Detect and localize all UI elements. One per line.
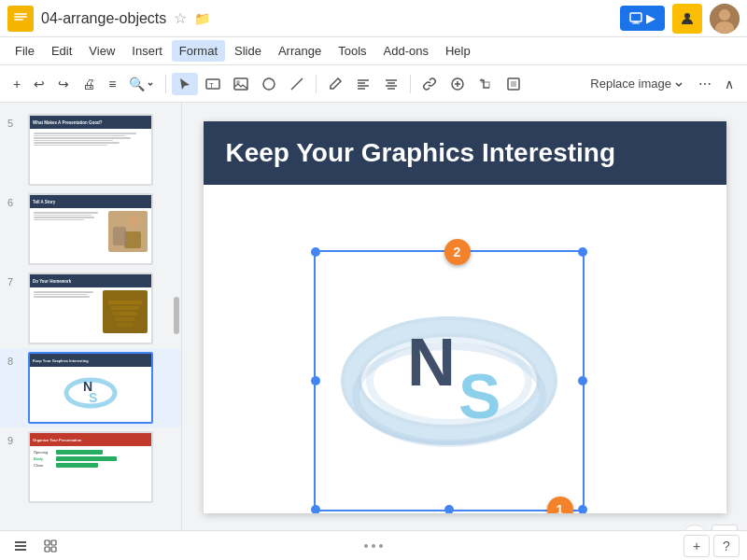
grid-view-button[interactable]: [37, 535, 63, 557]
slide-canvas: Keep Your Graphics Interesting: [204, 121, 726, 513]
svg-line-16: [291, 78, 303, 90]
menu-view[interactable]: View: [81, 40, 122, 62]
text-box-button[interactable]: T: [200, 73, 226, 95]
image-button[interactable]: [228, 73, 254, 95]
svg-text:T: T: [209, 81, 214, 90]
menu-edit[interactable]: Edit: [44, 40, 79, 62]
slide-num-5: 5: [7, 114, 22, 129]
thumb-frame-7: Do Your Homework: [28, 273, 153, 344]
slide-thumb-9[interactable]: 9 Organize Your Presentation Opening Bod…: [0, 427, 181, 507]
link-button[interactable]: [416, 73, 443, 95]
zoom-button[interactable]: 🔍: [123, 73, 160, 95]
avatar: [710, 4, 740, 34]
menu-bar: File Edit View Insert Format Slide Arran…: [0, 37, 747, 65]
star-icon[interactable]: ☆: [174, 9, 187, 27]
help-button[interactable]: ?: [713, 535, 740, 557]
svg-text:N: N: [407, 325, 456, 399]
undo-button[interactable]: ↩: [28, 73, 50, 95]
list-view-button[interactable]: [7, 535, 34, 557]
slide-thumb-5[interactable]: 5 What Makes A Presentation Good?: [0, 110, 181, 189]
scroll-thumb[interactable]: [174, 297, 179, 334]
crop-button[interactable]: [472, 73, 499, 95]
svg-rect-38: [115, 317, 135, 321]
svg-point-15: [263, 78, 275, 90]
badge-1: 1: [547, 497, 573, 513]
dot-2: [372, 544, 375, 548]
page-dots: [71, 544, 676, 548]
menu-file[interactable]: File: [7, 40, 42, 62]
svg-text:S: S: [458, 360, 500, 431]
scroll-track[interactable]: [174, 110, 179, 523]
menu-arrange[interactable]: Arrange: [271, 40, 329, 62]
handle-bottom-right[interactable]: [578, 505, 587, 513]
handle-bottom-left[interactable]: [311, 505, 320, 513]
line-button[interactable]: [284, 73, 310, 95]
svg-rect-35: [108, 301, 142, 304]
slide-num-6: 6: [7, 193, 22, 208]
align-center-button[interactable]: [378, 73, 404, 95]
separator-2: [316, 75, 317, 93]
svg-rect-37: [113, 312, 137, 315]
title-bar: 04-arrange-objects ☆ 📁 ▶: [0, 0, 747, 37]
svg-point-31: [128, 217, 139, 228]
menu-slide[interactable]: Slide: [227, 40, 269, 62]
select-button[interactable]: [172, 73, 198, 95]
doc-icon: [7, 6, 34, 32]
toolbar: + ↩ ↪ 🖨 ≡ 🔍 T Replace image ⋯: [0, 65, 747, 103]
add-button[interactable]: +: [7, 73, 26, 95]
slide-thumb-7[interactable]: 7 Do Your Homework: [0, 269, 181, 348]
svg-rect-2: [14, 16, 27, 18]
slide-thumb-6[interactable]: 6 Tell A Story: [0, 189, 181, 269]
selection-box: 2 1 N: [314, 250, 585, 511]
shapes-button[interactable]: [256, 73, 282, 95]
handle-top-right[interactable]: [578, 247, 587, 257]
svg-point-7: [684, 13, 690, 19]
paint-format-button[interactable]: ≡: [103, 73, 121, 95]
align-left-button[interactable]: [350, 73, 376, 95]
menu-tools[interactable]: Tools: [331, 40, 374, 62]
share-button[interactable]: [672, 4, 702, 34]
handle-top-left[interactable]: [311, 247, 320, 257]
svg-rect-52: [45, 540, 49, 545]
print-button[interactable]: 🖨: [77, 73, 101, 95]
svg-rect-50: [15, 545, 26, 547]
handle-connector: [449, 511, 451, 513]
svg-rect-53: [51, 540, 56, 545]
replace-image-button[interactable]: Replace image: [583, 73, 691, 94]
mask-button[interactable]: [500, 73, 527, 95]
menu-addons[interactable]: Add-ons: [376, 40, 436, 62]
badge-2: 2: [444, 239, 471, 265]
main-layout: 5 What Makes A Presentation Good?: [0, 103, 747, 560]
more-options-button[interactable]: ⋯: [693, 73, 717, 95]
svg-rect-55: [51, 547, 56, 552]
handle-mid-left[interactable]: [311, 376, 320, 385]
svg-rect-51: [15, 549, 26, 551]
redo-button[interactable]: ↪: [52, 73, 75, 95]
present-button[interactable]: ▶: [620, 6, 665, 31]
thumb-frame-5: What Makes A Presentation Good?: [28, 114, 153, 186]
slide-body: 2 1 N: [204, 185, 726, 507]
replace-image-label: Replace image: [590, 77, 671, 91]
menu-format[interactable]: Format: [172, 40, 225, 62]
svg-rect-4: [630, 13, 641, 21]
slide-title: Keep Your Graphics Interesting: [226, 138, 704, 168]
insert-button[interactable]: [444, 73, 471, 95]
edit-button[interactable]: [322, 73, 348, 95]
bottom-bar: + ?: [0, 530, 747, 560]
add-slide-button[interactable]: +: [684, 535, 710, 557]
handle-mid-right[interactable]: [578, 376, 587, 385]
thumb-frame-9: Organize Your Presentation Opening Body …: [28, 431, 153, 503]
separator-3: [410, 75, 411, 93]
doc-title: 04-arrange-objects: [41, 10, 166, 27]
svg-rect-32: [124, 231, 141, 248]
menu-insert[interactable]: Insert: [124, 40, 170, 62]
menu-help[interactable]: Help: [438, 40, 478, 62]
slide-num-7: 7: [7, 273, 22, 287]
dot-3: [379, 544, 383, 548]
collapse-toolbar-button[interactable]: ∧: [719, 73, 740, 95]
folder-icon[interactable]: 📁: [194, 11, 210, 26]
svg-rect-5: [634, 21, 638, 23]
bottom-actions: + ?: [684, 535, 740, 557]
slide-header: Keep Your Graphics Interesting: [204, 121, 726, 185]
slide-thumb-8[interactable]: 8 Keep Your Graphics Interesting N S: [0, 348, 181, 427]
